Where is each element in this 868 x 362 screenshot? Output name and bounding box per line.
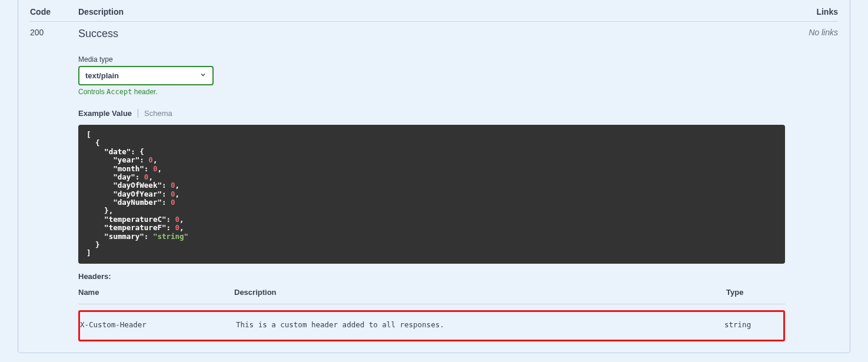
headers-row-highlighted: X-Custom-Header This is a custom header …	[78, 310, 785, 341]
tab-schema[interactable]: Schema	[138, 109, 172, 118]
links-value: No links	[785, 28, 838, 341]
chevron-down-icon	[199, 71, 207, 80]
col-links-header: Links	[785, 7, 838, 16]
headers-col-type: Type	[726, 288, 785, 297]
response-description-column: Success Media type text/plain Controls A…	[78, 28, 785, 341]
example-json-block[interactable]: [ { "date": { "year": 0, "month": 0, "da…	[78, 125, 785, 264]
response-tabs: Example ValueSchema	[78, 109, 785, 118]
response-row: 200 Success Media type text/plain Contro…	[30, 22, 838, 341]
headers-table-header: Name Description Type	[78, 288, 785, 304]
header-description-value: This is a custom header added to all res…	[236, 320, 724, 329]
col-description-header: Description	[78, 7, 785, 16]
col-code-header: Code	[30, 7, 78, 16]
header-type-value: string	[724, 320, 783, 329]
headers-row: X-Custom-Header This is a custom header …	[80, 320, 783, 329]
response-code: 200	[30, 28, 78, 341]
media-type-selected-value: text/plain	[85, 71, 119, 80]
headers-col-name: Name	[78, 288, 234, 297]
headers-label: Headers:	[78, 272, 785, 281]
responses-panel: Code Description Links 200 Success Media…	[18, 0, 850, 353]
header-name-value: X-Custom-Header	[80, 320, 236, 329]
response-description: Success	[78, 28, 785, 40]
media-type-hint: Controls Accept header.	[78, 88, 785, 96]
headers-col-description: Description	[234, 288, 726, 297]
media-type-select[interactable]: text/plain	[78, 66, 214, 85]
response-table-header: Code Description Links	[30, 0, 838, 22]
media-type-label: Media type	[78, 55, 785, 64]
tab-example-value[interactable]: Example Value	[78, 109, 138, 118]
